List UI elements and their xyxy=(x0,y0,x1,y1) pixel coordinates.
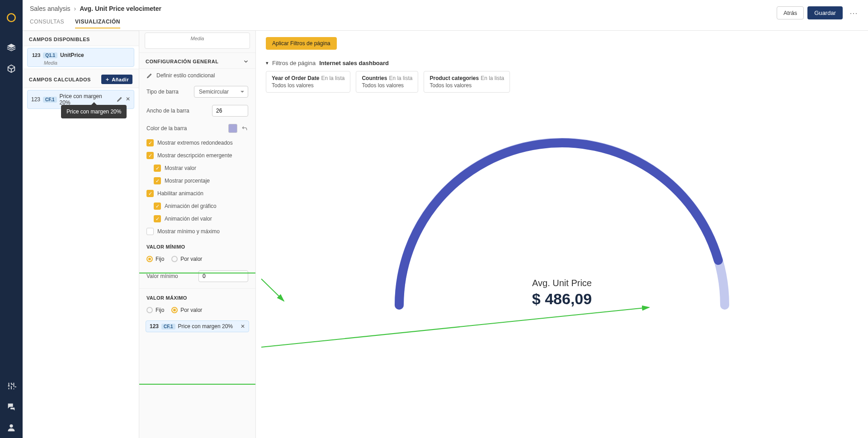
cond-style-row[interactable]: Definir estilo condicional xyxy=(139,69,255,82)
max-value-chip[interactable]: 123 CF.1 Price con margen 20% ✕ xyxy=(146,320,249,332)
min-value-label: Valor mínimo xyxy=(146,273,195,279)
field-name: UnitPrice xyxy=(60,52,84,58)
bar-type-label: Tipo de barra xyxy=(146,89,190,95)
breadcrumb-parent[interactable]: Sales analysis xyxy=(30,5,71,12)
chk-show-value[interactable]: ✓ xyxy=(154,165,161,172)
bar-width-label: Ancho de la barra xyxy=(146,108,208,114)
chevron-down-icon: ▾ xyxy=(266,60,269,66)
bar-color-label: Color de la barra xyxy=(146,125,225,132)
chevron-down-icon xyxy=(243,58,249,65)
breadcrumb-current: Avg. Unit Price velocimeter xyxy=(80,5,161,12)
back-button[interactable]: Atrás xyxy=(777,6,804,19)
app-logo xyxy=(5,11,18,24)
chat-icon[interactable] xyxy=(6,402,16,412)
add-calc-button[interactable]: ＋Añadir xyxy=(101,75,132,84)
chk-show-percent[interactable]: ✓ xyxy=(154,177,161,184)
bar-width-input[interactable] xyxy=(212,105,248,117)
topbar: Sales analysis › Avg. Unit Price velocim… xyxy=(23,0,868,31)
max-porvalor-radio[interactable] xyxy=(171,307,178,313)
available-fields-header: CAMPOS DISPONIBLES xyxy=(23,31,139,46)
tab-visualizacion[interactable]: VISUALIZACIÓN xyxy=(75,19,120,28)
save-button[interactable]: Guardar xyxy=(807,6,843,19)
field-tooltip: Price con margen 20% xyxy=(61,105,127,118)
undo-icon[interactable] xyxy=(241,125,248,132)
breadcrumb: Sales analysis › Avg. Unit Price velocim… xyxy=(30,0,861,17)
more-icon[interactable]: ⋯ xyxy=(846,7,861,19)
chk-anim[interactable]: ✓ xyxy=(146,190,154,197)
field-badge: Q1.1 xyxy=(43,52,57,58)
calc-fields-header: CAMPOS CALCULADOS ＋Añadir xyxy=(23,69,139,88)
cube-icon[interactable] xyxy=(6,64,16,74)
min-fijo-radio[interactable] xyxy=(146,256,153,262)
config-panel: Media CONFIGURACIÓN GENERAL Definir esti… xyxy=(139,31,256,438)
chk-minmax[interactable] xyxy=(146,228,154,235)
pencil-icon xyxy=(146,72,153,79)
close-icon[interactable]: ✕ xyxy=(126,96,130,104)
filter-year[interactable]: Year of Order DateEn la listaTodos los v… xyxy=(266,71,350,93)
min-value-header: VALOR MÍNIMO xyxy=(139,238,255,251)
field-agg: Media xyxy=(44,60,57,66)
chk-anim-value[interactable]: ✓ xyxy=(154,215,161,222)
filter-categories[interactable]: Product categoriesEn la listaTodos los v… xyxy=(424,71,510,93)
sliders-icon[interactable] xyxy=(6,381,16,391)
edit-icon[interactable] xyxy=(117,96,123,104)
svg-point-1 xyxy=(9,424,13,428)
close-icon[interactable]: ✕ xyxy=(241,323,245,330)
chk-anim-chart[interactable]: ✓ xyxy=(154,203,161,210)
min-value-input[interactable] xyxy=(198,270,248,282)
chevron-right-icon: › xyxy=(74,5,76,12)
min-porvalor-radio[interactable] xyxy=(171,256,178,262)
page-filters-header[interactable]: ▾ Filtros de página Internet sales dashb… xyxy=(266,60,858,66)
cfg-general-header[interactable]: CONFIGURACIÓN GENERAL xyxy=(139,52,255,69)
user-icon[interactable] xyxy=(6,423,16,433)
max-fijo-radio[interactable] xyxy=(146,307,153,313)
app-sidebar xyxy=(0,0,23,438)
svg-line-2 xyxy=(261,279,284,301)
apply-filters-button[interactable]: Aplicar Filtros de página xyxy=(266,37,337,50)
chk-tooltip[interactable]: ✓ xyxy=(146,152,154,159)
tab-consultas[interactable]: CONSULTAS xyxy=(30,19,64,28)
field-type-icon: 123 xyxy=(32,52,40,58)
calc-name: Price con margen 20% xyxy=(60,93,114,106)
page-tabs: CONSULTAS VISUALIZACIÓN xyxy=(30,17,861,30)
filter-countries[interactable]: CountriesEn la listaTodos los valores xyxy=(356,71,418,93)
preview-panel: Aplicar Filtros de página ▾ Filtros de p… xyxy=(256,31,868,438)
field-type-icon: 123 xyxy=(31,96,40,103)
gauge-label: Avg. Unit Price xyxy=(368,278,756,288)
bar-type-select[interactable]: Semicircular xyxy=(194,86,248,98)
bar-color-swatch[interactable] xyxy=(228,124,237,133)
fields-panel: CAMPOS DISPONIBLES 123 Q1.1 UnitPrice Me… xyxy=(23,31,139,438)
layers-icon[interactable] xyxy=(6,43,16,53)
chk-rounded[interactable]: ✓ xyxy=(146,139,154,146)
gauge-value: $ 486,09 xyxy=(368,290,756,308)
field-unitprice[interactable]: 123 Q1.1 UnitPrice Media xyxy=(27,48,134,67)
value-slot-chip[interactable]: Media xyxy=(145,33,250,49)
gauge-chart: Avg. Unit Price $ 486,09 xyxy=(368,111,756,319)
max-value-header: VALOR MÁXIMO xyxy=(139,288,255,302)
calc-badge: CF.1 xyxy=(43,97,57,103)
